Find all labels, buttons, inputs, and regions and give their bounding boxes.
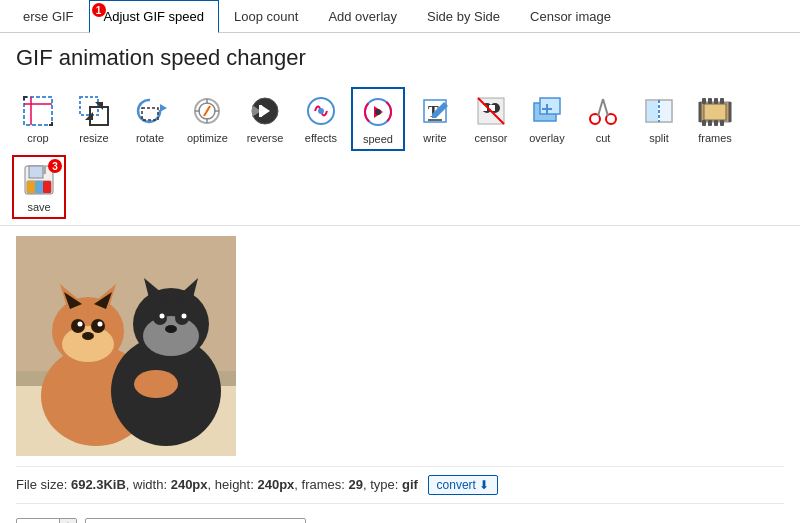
save-badge: 3: [48, 159, 62, 173]
speed-spinners: ▲ ▼: [59, 519, 76, 523]
tool-overlay[interactable]: overlay: [521, 87, 573, 151]
height-label: height:: [215, 477, 254, 492]
tab-side-by-side[interactable]: Side by Side: [412, 0, 515, 33]
tool-frames[interactable]: frames: [689, 87, 741, 151]
file-size-value: 692.3KiB: [71, 477, 126, 492]
tool-speed[interactable]: speed: [351, 87, 405, 151]
speed-select[interactable]: % of current speed seconds between frame…: [85, 518, 306, 523]
speed-icon: [359, 93, 397, 131]
svg-rect-67: [43, 181, 51, 193]
svg-point-93: [134, 370, 178, 398]
height-value: 240px: [257, 477, 294, 492]
tool-cut[interactable]: cut: [577, 87, 629, 151]
main-content: File size: 692.3KiB, width: 240px, heigh…: [0, 226, 800, 523]
svg-rect-54: [714, 98, 718, 104]
reverse-icon: [246, 92, 284, 130]
width-label: width:: [133, 477, 167, 492]
svg-line-43: [603, 99, 608, 116]
svg-marker-7: [160, 104, 167, 112]
file-info: File size: 692.3KiB, width: 240px, heigh…: [16, 466, 784, 504]
svg-point-80: [78, 322, 83, 327]
gif-preview: [16, 236, 236, 456]
overlay-icon: [528, 92, 566, 130]
tool-optimize[interactable]: optimize: [180, 87, 235, 151]
svg-point-87: [143, 316, 199, 356]
effects-icon: [302, 92, 340, 130]
resize-icon: [75, 92, 113, 130]
svg-rect-55: [720, 98, 724, 104]
svg-point-79: [91, 319, 105, 333]
tool-effects[interactable]: effects: [295, 87, 347, 151]
tool-write[interactable]: T write: [409, 87, 461, 151]
type-value: gif: [402, 477, 418, 492]
tab-adjust-gif-speed[interactable]: 1 Adjust GIF speed: [89, 0, 219, 33]
tab-loop-count[interactable]: Loop count: [219, 0, 313, 33]
tool-resize[interactable]: resize: [68, 87, 120, 151]
tool-crop[interactable]: crop: [12, 87, 64, 151]
tab-reverse[interactable]: erse GIF: [8, 0, 89, 33]
svg-rect-47: [660, 101, 671, 121]
toolbar: crop resize rotate: [0, 81, 800, 226]
tab-badge: 1: [92, 3, 106, 17]
svg-point-90: [160, 314, 165, 319]
svg-rect-58: [714, 120, 718, 126]
svg-rect-65: [27, 181, 35, 193]
svg-rect-66: [35, 181, 43, 193]
svg-rect-52: [702, 98, 706, 104]
write-icon: T: [416, 92, 454, 130]
svg-rect-19: [259, 105, 262, 117]
tool-split[interactable]: split: [633, 87, 685, 151]
svg-point-77: [62, 326, 114, 362]
speed-up-button[interactable]: ▲: [60, 519, 76, 523]
frames-value: 29: [349, 477, 363, 492]
tab-bar: erse GIF 1 Adjust GIF speed Loop count A…: [0, 0, 800, 33]
svg-point-82: [82, 332, 94, 340]
optimize-icon: [188, 92, 226, 130]
svg-rect-0: [24, 97, 52, 125]
svg-point-91: [182, 314, 187, 319]
svg-point-89: [175, 311, 189, 325]
download-icon: ⬇: [479, 478, 489, 492]
svg-rect-61: [29, 166, 43, 178]
speed-input-wrap: ▲ ▼: [16, 518, 77, 523]
svg-rect-49: [704, 104, 726, 120]
svg-rect-37: [540, 98, 560, 114]
tab-add-overlay[interactable]: Add overlay: [313, 0, 412, 33]
svg-rect-57: [708, 120, 712, 126]
svg-point-78: [71, 319, 85, 333]
type-label: type:: [370, 477, 398, 492]
frames-icon: [696, 92, 734, 130]
width-value: 240px: [171, 477, 208, 492]
split-icon: [640, 92, 678, 130]
cut-icon: [584, 92, 622, 130]
svg-line-15: [204, 106, 210, 116]
page-title: GIF animation speed changer: [16, 45, 784, 71]
rotate-icon: [131, 92, 169, 130]
svg-point-25: [375, 109, 381, 115]
svg-rect-53: [708, 98, 712, 104]
svg-rect-46: [647, 101, 658, 121]
svg-line-42: [598, 99, 603, 116]
crop-icon: [19, 92, 57, 130]
svg-point-88: [153, 311, 167, 325]
svg-point-92: [165, 325, 177, 333]
censor-icon: [472, 92, 510, 130]
tool-censor[interactable]: censor: [465, 87, 517, 151]
svg-rect-56: [702, 120, 706, 126]
svg-point-21: [318, 108, 324, 114]
file-size-label: File size:: [16, 477, 67, 492]
convert-button[interactable]: convert ⬇: [428, 475, 498, 495]
tool-reverse[interactable]: reverse: [239, 87, 291, 151]
tool-save[interactable]: 3 save: [12, 155, 66, 219]
frames-label: frames:: [302, 477, 345, 492]
svg-rect-62: [42, 166, 46, 174]
svg-rect-59: [720, 120, 724, 126]
tab-censor-image[interactable]: Censor image: [515, 0, 626, 33]
svg-point-81: [98, 322, 103, 327]
tool-rotate[interactable]: rotate: [124, 87, 176, 151]
controls-row: ▲ ▼ % of current speed seconds between f…: [16, 518, 784, 523]
